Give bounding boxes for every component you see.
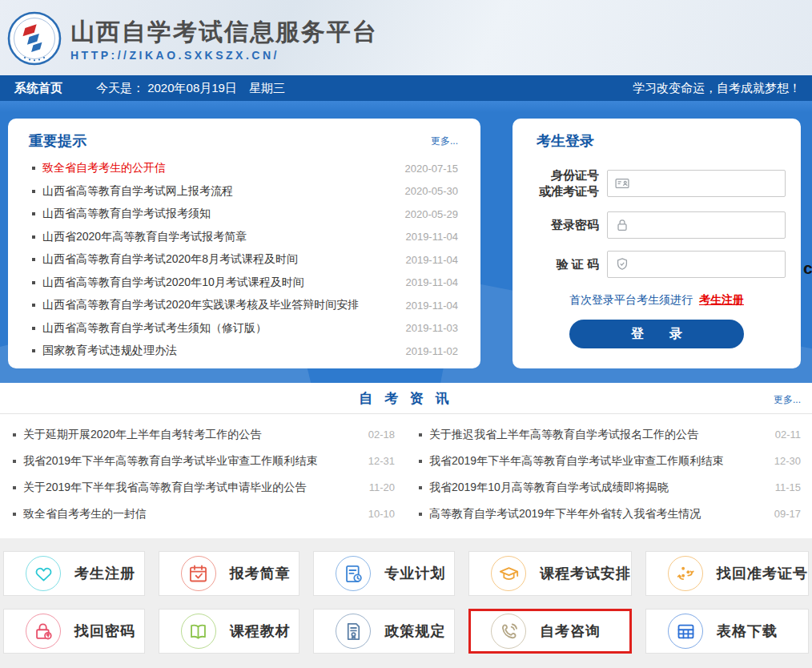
news-link[interactable]: 高等教育自学考试2019年下半年外省转入我省考生情况 [429,507,766,521]
password-label-text: 登录密码 [537,217,599,233]
register-hint: 首次登录平台考生须进行 考生注册 [537,293,777,308]
site-title-block: 山西自学考试信息服务平台 HTTP://ZIKAO.SXKSZX.CN/ [70,14,378,62]
route-dots-icon [675,563,697,585]
notice-date: 2019-11-04 [405,300,458,312]
notice-item: 国家教育考试违规处理办法2019-11-02 [29,340,458,363]
quicklink-报考简章[interactable]: 报考简章 [159,551,300,596]
news-item: 关于延期开展2020年上半年自考转考工作的公告02-18 [10,421,395,448]
phone-icon [498,621,520,642]
quicklink-考生注册[interactable]: 考生注册 [3,551,145,596]
news-item: 关于推迟我省上半年高等教育自学考试报名工作的公告02-11 [416,421,801,448]
news-date: 12-30 [774,455,801,467]
nav-home-link[interactable]: 系统首页 [14,81,62,96]
site-logo [6,10,62,66]
bullet-icon [32,258,35,261]
notice-link[interactable]: 山西省高等教育自学考试网上报考流程 [42,184,397,199]
quicklink-label: 考生注册 [74,564,135,583]
password-input-box [607,211,786,239]
emblem-icon [6,10,62,66]
news-item: 高等教育自学考试2019年下半年外省转入我省考生情况09-17 [416,501,801,527]
news-link[interactable]: 致全省自考考生的一封信 [23,507,360,521]
bullet-icon [32,281,35,284]
captcha-label: 验 证 码 [537,256,599,272]
bullet-icon [32,212,35,215]
quicklink-政策规定[interactable]: 政策规定 [313,609,455,654]
site-header: 山西自学考试信息服务平台 HTTP://ZIKAO.SXKSZX.CN/ [0,0,812,75]
news-item: 关于2019年下半年我省高等教育自学考试申请毕业的公告11-20 [10,474,395,501]
quicklink-自考咨询[interactable]: 自考咨询 [468,609,632,654]
id-label-line2: 或准考证号 [537,183,599,199]
notice-link[interactable]: 山西省高等教育自学考试考生须知（修订版） [42,321,397,336]
password-label: 登录密码 [537,217,599,233]
bullet-icon [32,190,35,193]
news-more-link[interactable]: 更多... [774,393,801,407]
notice-date: 2019-11-04 [405,276,458,288]
quicklink-专业计划[interactable]: 专业计划 [313,551,455,596]
notice-link[interactable]: 山西省高等教育自学考试报考须知 [42,207,397,221]
captcha-label-text: 验 证 码 [537,256,599,272]
quicklinks-grid: 考生注册报考简章专业计划课程考试安排找回准考证号找回密码课程教材政策规定自考咨询… [0,538,812,668]
quicklink-课程教材[interactable]: 课程教材 [159,609,300,654]
captcha-input[interactable] [630,252,785,276]
notice-link[interactable]: 山西省2020年高等教育自学考试报考简章 [42,230,397,244]
nav-date-text: 今天是： 2020年08月19日 星期三 [96,81,285,96]
notice-item: 山西省高等教育自学考试2020年8月考试课程及时间2019-11-04 [29,248,458,272]
news-link[interactable]: 关于推迟我省上半年高等教育自学考试报名工作的公告 [429,428,767,442]
password-input[interactable] [630,213,785,237]
notice-date: 2019-11-04 [405,231,458,243]
page: 山西自学考试信息服务平台 HTTP://ZIKAO.SXKSZX.CN/ 系统首… [0,0,812,668]
news-date: 11-15 [775,481,801,493]
news-date: 09-17 [774,508,801,520]
notice-link[interactable]: 致全省自考考生的公开信 [42,161,397,175]
notice-item: 山西省高等教育自学考试2020年实践课考核及毕业答辩时间安排2019-11-04 [29,294,458,317]
captcha-image[interactable]: cmdp [803,252,812,276]
id-label: 身份证号 或准考证号 [537,167,599,199]
notice-more-link[interactable]: 更多... [431,135,458,148]
notice-link[interactable]: 山西省高等教育自学考试2020年10月考试课程及时间 [42,276,397,290]
news-link[interactable]: 关于延期开展2020年上半年自考转考工作的公告 [23,428,360,442]
news-link[interactable]: 我省2019年10月高等教育自学考试成绩即将揭晓 [429,481,767,495]
news-col-right: 关于推迟我省上半年高等教育自学考试报名工作的公告02-11我省2019年下半年高… [416,421,801,527]
news-link[interactable]: 我省2019年下半年高等教育自学考试毕业审查工作顺利结束 [429,454,766,469]
news-date: 02-11 [775,429,801,441]
news-date: 11-20 [369,481,395,493]
news-section: 自 考 资 讯 更多... 关于延期开展2020年上半年自考转考工作的公告02-… [0,383,812,538]
news-link[interactable]: 关于2019年下半年我省高等教育自学考试申请毕业的公告 [23,481,361,495]
notice-list: 致全省自考考生的公开信2020-07-15山西省高等教育自学考试网上报考流程20… [29,157,458,363]
open-book-icon [187,621,209,642]
notice-link[interactable]: 山西省高等教育自学考试2020年8月考试课程及时间 [42,252,397,267]
quicklink-找回密码[interactable]: 找回密码 [3,609,145,654]
quicklink-label: 课程考试安排 [540,564,631,583]
news-item: 我省2019年10月高等教育自学考试成绩即将揭晓11-15 [416,474,801,501]
calendar-check-icon [187,563,209,585]
shield-check-icon [614,256,630,272]
notice-link[interactable]: 国家教育考试违规处理办法 [42,344,397,358]
id-input[interactable] [630,171,785,195]
notice-link[interactable]: 山西省高等教育自学考试2020年实践课考核及毕业答辩时间安排 [42,298,397,312]
notice-date: 2020-07-15 [405,163,459,175]
policy-seal-circle [336,614,371,649]
notice-item: 山西省2020年高等教育自学考试报考简章2019-11-04 [29,226,458,249]
notice-item: 山西省高等教育自学考试报考须知2020-05-29 [29,203,458,226]
lock-question-circle [26,614,61,649]
notice-item: 山西省高等教育自学考试网上报考流程2020-05-30 [29,180,458,203]
bullet-icon [13,460,16,463]
register-link[interactable]: 考生注册 [699,293,744,306]
document-clock-icon [343,563,364,585]
captcha-input-box [607,251,786,278]
lock-icon [614,217,630,233]
bullet-icon [419,513,422,516]
news-item: 致全省自考考生的一封信10-10 [10,501,395,527]
news-col-left: 关于延期开展2020年上半年自考转考工作的公告02-18我省2019年下半年高等… [10,421,395,527]
navbar: 系统首页 今天是： 2020年08月19日 星期三 学习改变命运，自考成就梦想！ [0,75,812,101]
login-button[interactable]: 登 录 [569,320,744,348]
notice-date: 2019-11-03 [405,322,458,334]
quicklink-课程考试安排[interactable]: 课程考试安排 [468,551,632,596]
bullet-icon [32,304,35,307]
news-link[interactable]: 我省2019年下半年高等教育自学考试毕业审查工作顺利结束 [23,454,360,469]
quicklink-label: 课程教材 [230,622,291,641]
quicklink-表格下载[interactable]: 表格下载 [645,609,809,654]
bullet-icon [32,235,35,239]
quicklink-找回准考证号[interactable]: 找回准考证号 [645,551,809,596]
bullet-icon [13,433,16,437]
